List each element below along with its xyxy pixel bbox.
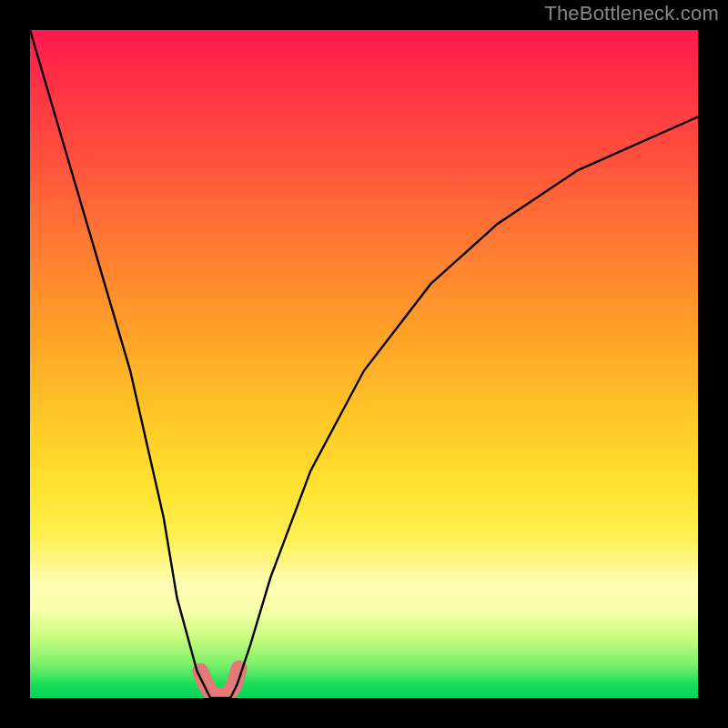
watermark-text: TheBottleneck.com [544,2,719,25]
curve-svg [30,30,698,698]
plot-area [30,30,698,698]
chart-frame: TheBottleneck.com [0,0,728,728]
bottleneck-curve [30,30,698,698]
